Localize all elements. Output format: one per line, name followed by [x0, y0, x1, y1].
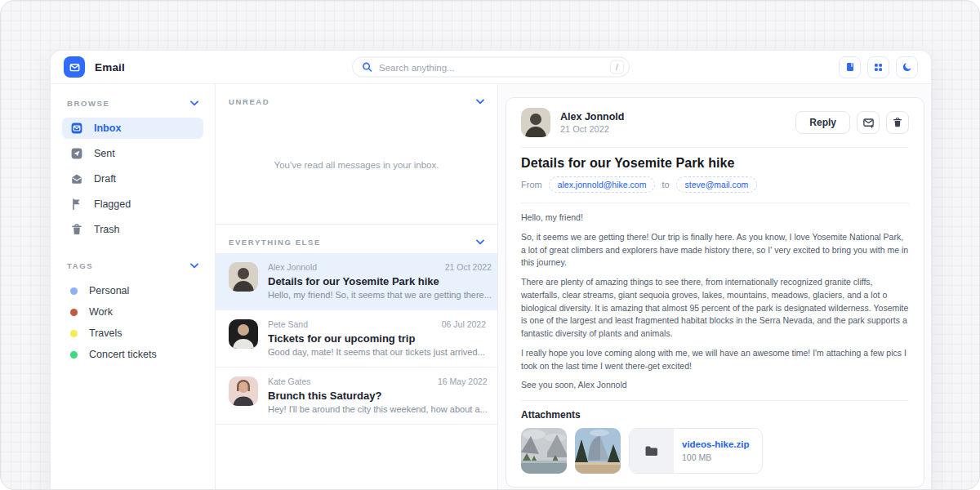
notebook-icon	[844, 61, 856, 73]
everything-else-header[interactable]: EVERYTHING ELSE	[216, 225, 497, 253]
everything-else-section: EVERYTHING ELSE Alex Jonnold 21 Oct 2022	[216, 224, 497, 425]
photo-attachment-valley[interactable]	[521, 428, 567, 474]
everything-else-label: EVERYTHING ELSE	[229, 238, 321, 247]
mail-item-content: Pete Sand 06 Jul 2022 Tickets for our up…	[268, 319, 486, 357]
file-name: videos-hike.zip	[682, 439, 749, 449]
tag-label: Travels	[89, 327, 122, 339]
flag-icon	[70, 198, 83, 211]
tags-label: TAGS	[67, 261, 93, 270]
browse-section-header[interactable]: BROWSE	[62, 99, 203, 108]
sidebar-item-trash[interactable]: Trash	[62, 219, 203, 240]
search-shortcut-badge: /	[610, 60, 624, 74]
attachments-row: videos-hike.zip 100 MB	[521, 428, 909, 474]
from-email-chip[interactable]: alex.jonnold@hike.com	[549, 176, 656, 193]
mail-subject: Brunch this Saturday?	[268, 390, 488, 402]
browse-items: Inbox Sent Draft Flagged	[62, 118, 203, 240]
sidebar-item-label: Draft	[94, 173, 116, 185]
tags-section: TAGS Personal Work	[62, 261, 203, 365]
mail-date: 21 Oct 2022	[445, 262, 492, 272]
mail-subject: Details for our Yosemite Park hike	[268, 275, 492, 287]
tag-item-travels[interactable]: Travels	[62, 323, 203, 344]
apps-grid-icon	[873, 62, 884, 73]
content-area: BROWSE Inbox Sent Draft	[51, 84, 931, 489]
avatar	[229, 319, 258, 349]
mail-list-item-kate[interactable]: Kate Gates 16 May 2022 Brunch this Satur…	[216, 368, 497, 425]
avatar	[521, 108, 550, 137]
body-paragraph: So, it seems we are getting there! Our t…	[521, 231, 909, 270]
mail-item-content: Alex Jonnold 21 Oct 2022 Details for our…	[268, 262, 492, 300]
sent-date: 21 Oct 2022	[560, 124, 624, 134]
sidebar-item-label: Sent	[94, 148, 115, 159]
sidebar: BROWSE Inbox Sent Draft	[51, 84, 216, 489]
mail-list-item-pete[interactable]: Pete Sand 06 Jul 2022 Tickets for our up…	[216, 310, 497, 368]
dark-mode-toggle[interactable]	[896, 56, 918, 78]
forward-mail-button[interactable]	[857, 111, 880, 134]
zip-attachment-card[interactable]: videos-hike.zip 100 MB	[629, 428, 763, 474]
to-label: to	[662, 180, 669, 189]
mail-preview: Hello, my friend! So, it seems that we a…	[268, 290, 492, 300]
header-actions	[839, 56, 918, 78]
sidebar-item-flagged[interactable]: Flagged	[62, 194, 203, 215]
page-background: Email Search anything... /	[0, 0, 980, 490]
search-placeholder: Search anything...	[379, 62, 604, 72]
unread-empty-message: You've read all messages in your inbox.	[216, 113, 497, 224]
search-input[interactable]: Search anything... /	[352, 57, 630, 78]
sidebar-item-sent[interactable]: Sent	[62, 143, 203, 164]
tag-color-dot	[70, 330, 78, 337]
reading-pane: Alex Jonnold 21 Oct 2022 Reply	[498, 84, 931, 489]
mail-body: Hello, my friend! So, it seems we are ge…	[521, 212, 909, 392]
sidebar-item-inbox[interactable]: Inbox	[62, 118, 203, 139]
sent-icon	[70, 147, 83, 160]
tag-label: Personal	[89, 285, 129, 296]
inbox-icon	[70, 122, 83, 135]
mail-detail-header: Alex Jonnold 21 Oct 2022 Reply	[521, 108, 909, 148]
body-paragraph: I really hope you love coming along with…	[521, 347, 909, 373]
notebook-button[interactable]	[839, 56, 861, 78]
mail-sender: Alex Jonnold	[268, 262, 317, 272]
divider	[521, 400, 909, 401]
tag-color-dot	[70, 309, 78, 316]
from-to-row: From alex.jonnold@hike.com to steve@mail…	[521, 176, 909, 193]
avatar	[229, 262, 258, 292]
sidebar-item-draft[interactable]: Draft	[62, 168, 203, 189]
chevron-down-icon	[476, 239, 484, 245]
app-brand: Email	[64, 56, 125, 78]
divider	[521, 203, 909, 203]
sidebar-item-label: Trash	[94, 224, 120, 235]
to-email-chip[interactable]: steve@mail.com	[676, 176, 758, 193]
moon-icon	[902, 61, 913, 73]
from-label: From	[521, 180, 542, 189]
folder-icon	[644, 444, 659, 457]
sender-name: Alex Jonnold	[560, 111, 624, 122]
mail-list-column: UNREAD You've read all messages in your …	[216, 84, 498, 489]
avatar	[229, 376, 258, 406]
app-title: Email	[95, 61, 125, 74]
file-info: videos-hike.zip 100 MB	[674, 429, 757, 473]
delete-mail-button[interactable]	[886, 111, 909, 134]
unread-label: UNREAD	[229, 97, 270, 106]
tag-item-personal[interactable]: Personal	[62, 280, 203, 301]
trash-icon	[892, 117, 903, 128]
app-header: Email Search anything... /	[51, 51, 931, 84]
mail-date: 16 May 2022	[438, 376, 488, 386]
draft-icon	[70, 172, 83, 185]
tag-color-dot	[70, 287, 78, 295]
email-app-window: Email Search anything... /	[50, 50, 932, 489]
mail-item-content: Kate Gates 16 May 2022 Brunch this Satur…	[268, 376, 488, 414]
photo-attachment-half-dome[interactable]	[575, 428, 621, 474]
mail-plus-icon	[862, 117, 875, 129]
tags-section-header[interactable]: TAGS	[62, 261, 203, 270]
reply-button[interactable]: Reply	[795, 111, 850, 134]
trash-icon	[70, 223, 83, 236]
tag-item-work[interactable]: Work	[62, 301, 203, 323]
mail-date: 06 Jul 2022	[442, 319, 486, 329]
mail-detail-card: Alex Jonnold 21 Oct 2022 Reply	[506, 97, 924, 488]
unread-section: UNREAD You've read all messages in your …	[216, 84, 497, 224]
tag-item-concert-tickets[interactable]: Concert tickets	[62, 344, 203, 365]
mail-list-item-alex[interactable]: Alex Jonnold 21 Oct 2022 Details for our…	[216, 253, 497, 310]
body-paragraph: See you soon, Alex Jonnold	[521, 379, 909, 392]
detail-actions: Reply	[795, 111, 909, 134]
sender-meta: Alex Jonnold 21 Oct 2022	[560, 111, 624, 134]
unread-section-header[interactable]: UNREAD	[216, 84, 497, 113]
apps-grid-button[interactable]	[867, 56, 889, 78]
